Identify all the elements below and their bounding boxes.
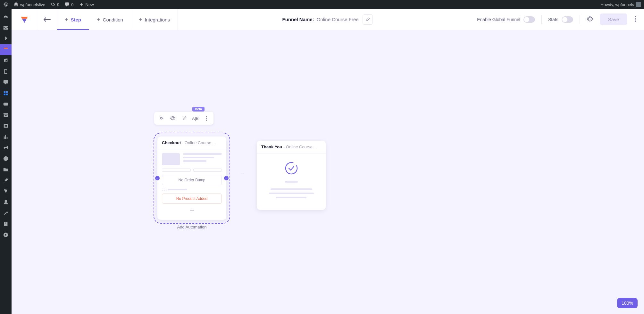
greeting-text: Howdy, wpfunnels (600, 2, 634, 7)
site-name: wpfunnelslive (20, 2, 45, 7)
home-icon (13, 2, 19, 7)
app-logo[interactable] (12, 9, 37, 9)
back-button[interactable] (37, 9, 57, 9)
wp-admin-bar: wpfunnelslive 9 0 New Howdy, wpfunnels (0, 0, 644, 9)
plus-icon (79, 2, 84, 7)
comment-icon (64, 2, 70, 7)
new-label: New (86, 2, 94, 7)
site-name-link[interactable]: wpfunnelslive (13, 2, 45, 7)
wp-logo[interactable] (3, 2, 8, 7)
comments-count: 0 (71, 2, 73, 7)
updates-count: 9 (57, 2, 59, 7)
comments-link[interactable]: 0 (64, 2, 73, 7)
refresh-icon (50, 2, 55, 7)
updates-link[interactable]: 9 (50, 2, 59, 7)
new-link[interactable]: New (79, 2, 94, 7)
wordpress-icon (3, 2, 8, 7)
avatar (636, 2, 641, 7)
user-greeting[interactable]: Howdy, wpfunnels (600, 2, 641, 7)
